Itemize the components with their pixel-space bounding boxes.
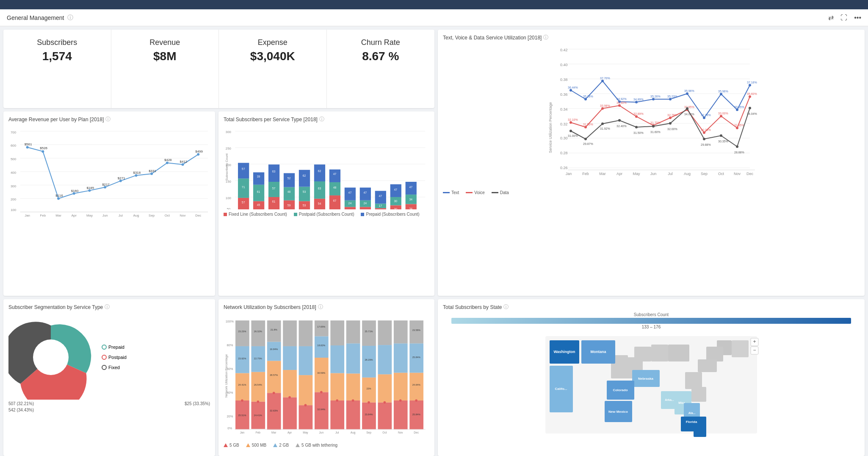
svg-text:30.35%: 30.35% [718, 140, 728, 143]
network-legend: 5 GB 500 MB 2 GB 5 GB with tethering [224, 443, 429, 448]
svg-text:30: 30 [394, 208, 398, 209]
svg-text:16.84%: 16.84% [270, 348, 278, 350]
svg-text:Aug: Aug [133, 214, 139, 217]
svg-text:$499: $499 [195, 150, 203, 153]
svg-text:25.71%: 25.71% [365, 330, 373, 333]
svg-point-20 [584, 98, 587, 100]
svg-rect-287 [330, 345, 344, 373]
svg-text:Apr: Apr [287, 431, 292, 434]
svg-text:23.58%: 23.58% [412, 329, 420, 331]
svg-rect-271 [267, 342, 281, 361]
more-icon[interactable]: ••• [854, 14, 861, 22]
svg-text:100: 100 [226, 196, 232, 200]
svg-rect-288 [330, 320, 344, 345]
svg-text:24: 24 [364, 209, 367, 209]
svg-rect-296 [362, 320, 376, 346]
svg-text:Washington: Washington [553, 350, 575, 354]
info-icon-sub[interactable]: ⓘ [319, 116, 324, 123]
svg-text:300: 300 [226, 130, 232, 134]
svg-text:Jan: Jan [240, 431, 245, 434]
svg-rect-291 [346, 343, 360, 373]
link-icon[interactable]: ⇄ [828, 14, 834, 22]
svg-text:59: 59 [287, 204, 291, 207]
kpi-revenue-title: Revenue [118, 38, 212, 47]
network-chart: 100% 80% 60% 40% 20% 0% Network Utilizat… [224, 312, 429, 439]
svg-rect-292 [346, 320, 360, 343]
svg-point-347 [257, 400, 260, 403]
svg-rect-361 [706, 347, 723, 361]
svg-text:21.8%: 21.8% [271, 328, 277, 331]
svg-text:Dec: Dec [414, 431, 419, 434]
svg-text:61: 61 [272, 200, 276, 203]
svg-point-354 [368, 401, 370, 404]
svg-text:Subscribers Count: Subscribers Count [225, 153, 229, 181]
svg-text:35.96%: 35.96% [684, 89, 694, 92]
segmentation-panel: Subscriber Segmentation by Service Type … [3, 299, 215, 456]
map-title: Total Subscribers by State ⓘ [443, 303, 860, 311]
svg-text:Service Utilization Percentage: Service Utilization Percentage [548, 102, 553, 153]
svg-text:71: 71 [242, 186, 245, 189]
svg-point-47 [635, 115, 638, 118]
svg-rect-364 [651, 345, 668, 361]
svg-point-72 [652, 125, 655, 128]
svg-text:31.50%: 31.50% [583, 123, 593, 126]
svg-text:18.82%: 18.82% [317, 344, 325, 347]
arpu-title: Average Revenue per User by Plan [2018] … [8, 116, 210, 123]
arpu-panel: Average Revenue per User by Plan [2018] … [3, 111, 215, 296]
svg-point-43 [569, 121, 572, 124]
fixed-value: $25 (33.35%) [185, 401, 210, 406]
info-icon-net[interactable]: ⓘ [318, 303, 323, 311]
svg-text:$318: $318 [133, 171, 141, 175]
legend-postpaid: Postpaid (Subscribers Count) [294, 212, 354, 217]
svg-text:300: 300 [11, 184, 17, 188]
svg-rect-302 [394, 373, 408, 400]
svg-point-118 [26, 146, 29, 149]
svg-text:67: 67 [333, 199, 337, 202]
svg-point-357 [415, 399, 417, 402]
svg-text:23.84%: 23.84% [365, 413, 373, 416]
svg-rect-389 [694, 424, 706, 437]
expand-icon[interactable]: ⛶ [840, 14, 847, 22]
legend-fixed: Fixed Line (Subscribers Count) [224, 212, 287, 217]
svg-text:New Mexico: New Mexico [608, 410, 628, 414]
svg-text:Feb: Feb [582, 172, 589, 176]
svg-rect-278 [299, 375, 313, 405]
network-panel: Network Utilization by Subscribers [2018… [218, 299, 434, 456]
svg-text:0%: 0% [227, 426, 232, 430]
info-icon-arpu[interactable]: ⓘ [105, 116, 111, 123]
svg-point-45 [601, 107, 604, 110]
subscribers-legend: Fixed Line (Subscribers Count) Postpaid … [224, 212, 429, 217]
svg-text:63: 63 [318, 187, 321, 190]
kpi-expense-title: Expense [226, 38, 320, 47]
svg-rect-276 [283, 320, 297, 346]
svg-text:25.51%: 25.51% [238, 414, 246, 417]
svg-text:28.88%: 28.88% [734, 151, 744, 154]
svg-text:24.41%: 24.41% [254, 414, 262, 417]
svg-text:57: 57 [242, 167, 245, 170]
kpi-expense: Expense $3,040K [219, 30, 327, 108]
svg-text:Califo...: Califo... [555, 387, 567, 391]
svg-text:Jan: Jan [25, 214, 30, 217]
svg-text:34: 34 [409, 198, 412, 201]
svg-text:0.42: 0.42 [560, 48, 568, 52]
svg-text:57: 57 [242, 201, 245, 204]
svg-text:23.23%: 23.23% [238, 330, 246, 333]
svg-text:24.64%: 24.64% [412, 384, 420, 386]
svg-text:53: 53 [303, 190, 306, 193]
svg-rect-359 [732, 340, 749, 357]
svg-text:47: 47 [394, 188, 398, 191]
svg-text:45: 45 [257, 203, 260, 206]
page-title-area: General Management ⓘ [7, 14, 73, 22]
svg-text:0.36: 0.36 [560, 92, 568, 97]
svg-rect-272 [267, 320, 281, 342]
info-icon-seg[interactable]: ⓘ [105, 303, 110, 311]
svg-text:400: 400 [11, 171, 17, 175]
svg-rect-299 [378, 345, 392, 374]
svg-text:36.44%: 36.44% [568, 86, 578, 89]
svg-text:31.70%: 31.70% [650, 121, 661, 124]
svg-rect-289 [346, 400, 360, 429]
svg-point-19 [569, 89, 572, 92]
info-icon-map[interactable]: ⓘ [503, 303, 509, 311]
info-icon-tvd[interactable]: ⓘ [543, 34, 548, 41]
info-icon[interactable]: ⓘ [67, 14, 73, 22]
